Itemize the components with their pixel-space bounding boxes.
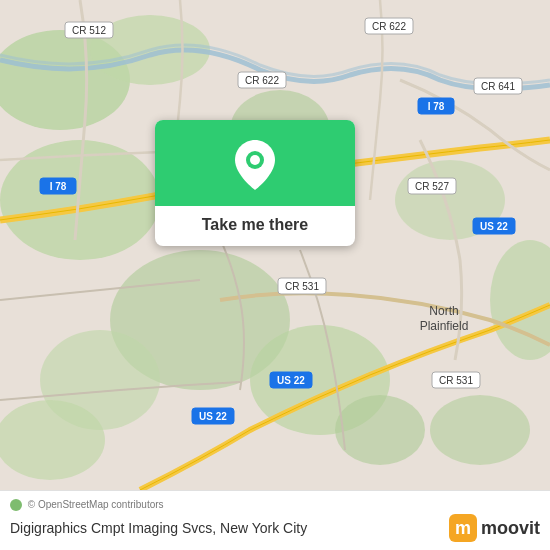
- place-name: Digigraphics Cmpt Imaging Svcs, New York…: [10, 520, 307, 536]
- moovit-m-icon: m: [449, 514, 477, 542]
- moovit-logo: m moovit: [449, 514, 540, 542]
- osm-attribution: © OpenStreetMap contributors: [10, 499, 540, 511]
- svg-text:I 78: I 78: [50, 181, 67, 192]
- svg-text:North: North: [429, 304, 458, 318]
- svg-text:CR 527: CR 527: [415, 181, 449, 192]
- svg-point-40: [250, 155, 260, 165]
- svg-text:US 22: US 22: [277, 375, 305, 386]
- attribution-text: © OpenStreetMap contributors: [28, 499, 164, 510]
- place-info-row: Digigraphics Cmpt Imaging Svcs, New York…: [10, 514, 540, 542]
- svg-text:CR 622: CR 622: [372, 21, 406, 32]
- svg-point-10: [0, 400, 105, 480]
- location-pin-icon: [235, 140, 275, 190]
- bottom-bar: © OpenStreetMap contributors Digigraphic…: [0, 490, 550, 550]
- svg-point-9: [335, 395, 425, 465]
- svg-text:CR 641: CR 641: [481, 81, 515, 92]
- svg-point-11: [430, 395, 530, 465]
- svg-text:I 78: I 78: [428, 101, 445, 112]
- svg-text:CR 622: CR 622: [245, 75, 279, 86]
- action-card[interactable]: Take me there: [155, 120, 355, 246]
- take-me-there-button[interactable]: Take me there: [155, 206, 355, 246]
- svg-text:US 22: US 22: [199, 411, 227, 422]
- svg-text:Plainfield: Plainfield: [420, 319, 469, 333]
- osm-icon: [10, 499, 22, 511]
- map-view: CR 512 CR 622 CR 622 I 78 I 78 CR 641 CR…: [0, 0, 550, 490]
- action-card-header: [155, 120, 355, 206]
- svg-text:CR 531: CR 531: [285, 281, 319, 292]
- svg-text:CR 531: CR 531: [439, 375, 473, 386]
- svg-text:US 22: US 22: [480, 221, 508, 232]
- moovit-text: moovit: [481, 518, 540, 539]
- svg-text:CR 512: CR 512: [72, 25, 106, 36]
